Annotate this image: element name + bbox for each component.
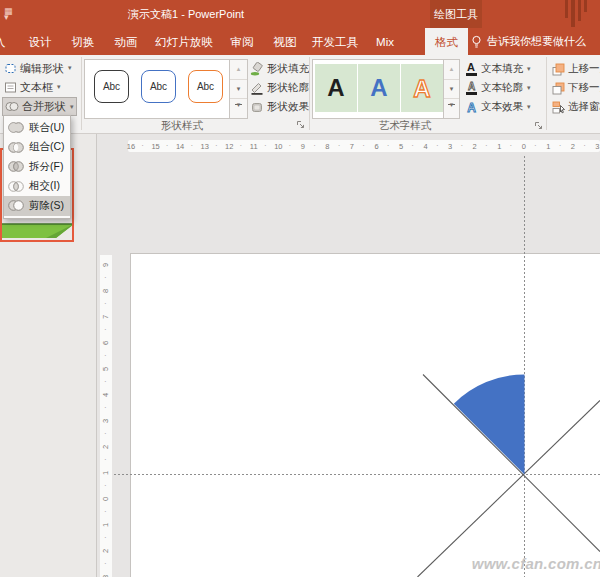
ruler-tick: · — [362, 141, 365, 150]
dialog-launcher-icon[interactable] — [534, 121, 543, 130]
ruler-number: 5 — [100, 361, 112, 377]
ruler-number: 1 — [100, 465, 112, 481]
intersect-icon — [8, 180, 24, 193]
ruler-tick: · — [338, 141, 341, 150]
wordart-thumb[interactable]: A — [358, 64, 400, 112]
titlebar-decoration-bar — [565, 0, 568, 18]
tab-slideshow[interactable]: 幻灯片放映 — [151, 28, 217, 55]
ruler-tick: · — [534, 141, 537, 150]
wordart-thumb[interactable]: A — [401, 64, 443, 112]
ruler-tick: · — [510, 141, 513, 150]
menu-item-subtract[interactable]: 剪除(S) — [4, 196, 70, 216]
wordart-thumb[interactable]: A — [315, 64, 357, 112]
bring-forward-label: 上移一层 — [568, 62, 600, 76]
ruler-number: 7 — [344, 142, 360, 151]
combine-icon — [8, 141, 24, 154]
edit-shape-button[interactable]: 编辑形状 ▾ — [2, 59, 74, 77]
wordart-gallery: A A A ▴ ▾ ▾ — [312, 59, 460, 119]
wordart-preview: A — [327, 76, 344, 100]
tab-transitions[interactable]: 切换 — [65, 28, 101, 55]
ruler-number: 0 — [100, 491, 112, 507]
svg-text:A: A — [467, 81, 474, 91]
gallery-scrollbar: ▴ ▾ ▾ — [229, 60, 247, 118]
ruler-number: 13 — [197, 142, 213, 151]
merge-shapes-button[interactable]: 合并形状 ▾ — [2, 97, 77, 116]
shape-outline-button[interactable]: 形状轮廓 ▾ — [248, 79, 319, 97]
menu-item-fragment[interactable]: 拆分(F) — [4, 157, 70, 177]
menu-item-combine[interactable]: 组合(C) — [4, 138, 70, 158]
tab-view[interactable]: 视图 — [267, 28, 303, 55]
tell-me[interactable]: 告诉我你想要做什么 — [471, 28, 586, 55]
ruler-number: 14 — [172, 142, 188, 151]
ruler-number: 12 — [221, 142, 237, 151]
dialog-launcher-icon[interactable] — [296, 120, 305, 129]
ruler-number: 9 — [100, 257, 112, 273]
chevron-down-icon: ▾ — [68, 64, 72, 72]
titlebar-decoration-bar — [578, 0, 581, 21]
menu-item-label: 剪除(S) — [29, 199, 64, 213]
text-box-icon — [4, 81, 17, 94]
quick-access-toolbar-icon[interactable]: ▦▾ — [4, 8, 20, 20]
tab-mix[interactable]: Mix — [367, 28, 403, 55]
menu-item-intersect[interactable]: 相交(I) — [4, 177, 70, 197]
slide-canvas[interactable] — [130, 253, 600, 577]
shape-effects-icon — [250, 100, 264, 114]
ribbon: 编辑形状 ▾ 文本框 ▾ 合并形状 ▾ Abc — [0, 55, 600, 134]
selection-pane-icon — [552, 101, 565, 114]
shape-style-thumb[interactable]: Abc — [136, 64, 181, 112]
ruler-number: 1 — [491, 142, 507, 151]
shape-style-preview: Abc — [188, 70, 223, 103]
bring-forward-button[interactable]: 上移一层 — [550, 60, 600, 78]
shape-style-thumb[interactable]: Abc — [89, 64, 134, 112]
shape-fill-label: 形状填充 — [267, 62, 309, 76]
shape-fill-button[interactable]: 形状填充 ▾ — [248, 60, 319, 78]
selection-pane-button[interactable]: 选择窗格 — [550, 98, 600, 116]
tab-animations[interactable]: 动画 — [108, 28, 144, 55]
shape-style-thumb[interactable]: Abc — [183, 64, 228, 112]
menu-item-union[interactable]: 联合(U) — [4, 118, 70, 138]
title-bar: ▦▾ 演示文稿1 - PowerPoint 绘图工具 — [0, 0, 600, 28]
ruler-tick: · — [289, 141, 292, 150]
titlebar-decoration-bar — [571, 0, 575, 27]
gallery-scroll-up-icon[interactable]: ▴ — [444, 60, 459, 80]
tab-insert[interactable]: 插入 — [0, 28, 12, 55]
ruler-tick: · — [141, 141, 144, 150]
ruler-number: 2 — [467, 142, 483, 151]
subtract-icon — [8, 199, 24, 212]
tab-developer[interactable]: 开发工具 — [310, 28, 360, 55]
horizontal-ruler: 16·15·14·13·12·11·10·9·8·7·6·5·4·3·2·1·0… — [128, 140, 600, 152]
ruler-tick: · — [104, 559, 107, 568]
send-backward-button[interactable]: 下移一层 — [550, 79, 600, 97]
ruler-tick: · — [485, 141, 488, 150]
text-box-button[interactable]: 文本框 ▾ — [2, 78, 63, 96]
selection-pane-label: 选择窗格 — [568, 100, 600, 114]
text-effects-label: 文本效果 — [481, 100, 523, 114]
text-outline-button[interactable]: A 文本轮廓 ▾ — [462, 79, 533, 97]
ruler-tick: · — [559, 141, 562, 150]
window-title: 演示文稿1 - PowerPoint — [128, 7, 244, 22]
tab-design[interactable]: 设计 — [22, 28, 58, 55]
text-fill-button[interactable]: A 文本填充 ▾ — [462, 60, 533, 78]
shape-style-preview: Abc — [141, 70, 176, 103]
edit-shape-label: 编辑形状 — [20, 61, 64, 76]
ruler-tick: · — [215, 141, 218, 150]
lightbulb-icon — [471, 35, 482, 49]
ruler-number: 9 — [295, 142, 311, 151]
ruler-number: 15 — [148, 142, 164, 151]
ruler-tick: · — [104, 273, 107, 282]
svg-text:A: A — [467, 101, 476, 114]
contextual-tab-header: 绘图工具 — [430, 0, 482, 28]
ruler-tick: · — [104, 455, 107, 464]
text-effects-icon: A — [464, 101, 478, 114]
chevron-down-icon: ▾ — [527, 103, 531, 111]
ruler-number: 3 — [442, 142, 458, 151]
ruler-tick: · — [104, 351, 107, 360]
text-box-label: 文本框 — [20, 80, 53, 95]
tab-review[interactable]: 审阅 — [224, 28, 260, 55]
ruler-tick: · — [436, 141, 439, 150]
gallery-scroll-up-icon[interactable]: ▴ — [230, 60, 247, 80]
text-effects-button[interactable]: A 文本效果 ▾ — [462, 98, 533, 116]
tab-format[interactable]: 格式 — [425, 28, 468, 55]
menu-item-label: 联合(U) — [29, 121, 65, 135]
shape-effects-button[interactable]: 形状效果 ▾ — [248, 98, 319, 116]
